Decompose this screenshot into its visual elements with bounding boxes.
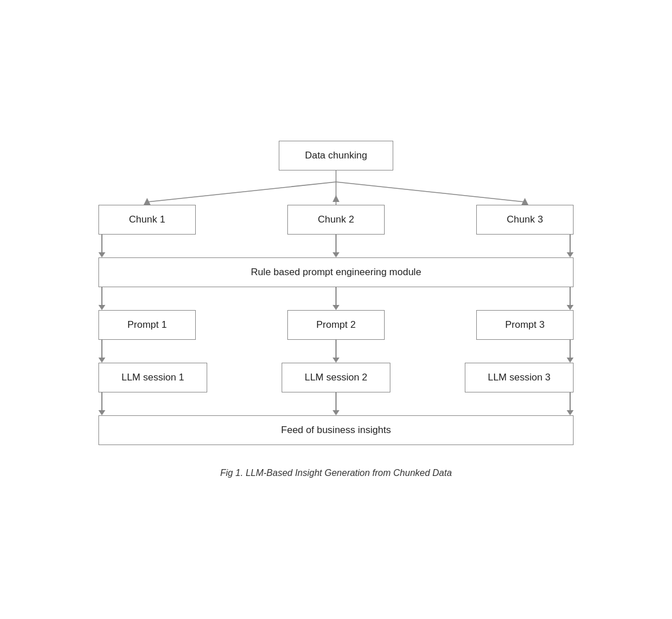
llm1-node: LLM session 1 — [98, 363, 207, 392]
llm-sessions-row: LLM session 1 LLM session 2 LLM session … — [98, 363, 574, 392]
prompt1-node: Prompt 1 — [98, 310, 196, 340]
arrow-rule-prompt3 — [567, 287, 574, 310]
prompt3-col: Prompt 3 — [476, 310, 574, 340]
llm-to-feed-arrows — [98, 392, 574, 415]
feed-node: Feed of business insights — [98, 415, 574, 445]
arrow-prompt3-llm3 — [567, 340, 574, 363]
arrow-llm1-feed — [98, 392, 105, 415]
llm2-node: LLM session 2 — [282, 363, 390, 392]
figure-caption: Fig 1. LLM-Based Insight Generation from… — [220, 468, 452, 478]
prompts-row: Prompt 1 Prompt 2 Prompt 3 — [98, 310, 574, 340]
arrow-chunk3-rule — [567, 235, 574, 257]
fanout-arrows — [98, 170, 574, 205]
chunks-row: Chunk 1 Chunk 2 Chunk 3 — [98, 205, 574, 235]
chunk2-col: Chunk 2 — [287, 205, 385, 235]
chunk3-col: Chunk 3 — [476, 205, 574, 235]
llm3-node: LLM session 3 — [465, 363, 574, 392]
svg-line-1 — [147, 182, 336, 202]
arrow-rule-prompt2 — [333, 287, 339, 310]
svg-line-2 — [336, 182, 525, 202]
rule-to-prompts-arrows — [98, 287, 574, 310]
arrow-llm3-feed — [567, 392, 574, 415]
arrow-prompt2-llm2 — [333, 340, 339, 363]
arrow-chunk1-rule — [98, 235, 105, 257]
arrow-llm2-feed — [333, 392, 339, 415]
chunks-to-rule-arrows — [98, 235, 574, 257]
chunk1-node: Chunk 1 — [98, 205, 196, 235]
prompt2-col: Prompt 2 — [287, 310, 385, 340]
llm1-col: LLM session 1 — [98, 363, 207, 392]
rule-module-node: Rule based prompt engineering module — [98, 257, 574, 287]
llm3-col: LLM session 3 — [465, 363, 574, 392]
arrow-prompt1-llm1 — [98, 340, 105, 363]
diagram: Data chunking Chunk 1 Chunk — [50, 141, 622, 478]
svg-marker-4 — [333, 195, 339, 202]
chunk3-node: Chunk 3 — [476, 205, 574, 235]
arrow-rule-prompt1 — [98, 287, 105, 310]
llm2-col: LLM session 2 — [282, 363, 390, 392]
data-chunking-node: Data chunking — [279, 141, 393, 170]
chunk2-node: Chunk 2 — [287, 205, 385, 235]
prompt2-node: Prompt 2 — [287, 310, 385, 340]
arrow-chunk2-rule — [333, 235, 339, 257]
prompt1-col: Prompt 1 — [98, 310, 196, 340]
chunk1-col: Chunk 1 — [98, 205, 196, 235]
prompts-to-llm-arrows — [98, 340, 574, 363]
prompt3-node: Prompt 3 — [476, 310, 574, 340]
